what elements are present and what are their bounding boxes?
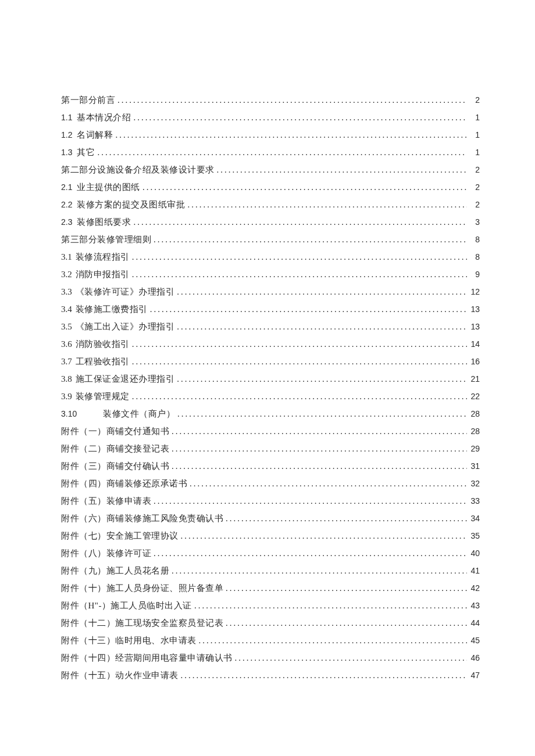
toc-entry-title: 附件（七）安全施工管理协议 xyxy=(61,532,179,540)
toc-entry-title: 《施工出入证》办理指引 xyxy=(76,323,175,331)
toc-entry: 3.5《施工出入证》办理指引13 xyxy=(61,323,480,331)
toc-leader-dots xyxy=(172,445,467,453)
toc-entry: 3.2消防申报指引9 xyxy=(61,270,480,279)
toc-entry: 附件（十二）施工现场安全监察员登记表44 xyxy=(61,619,480,628)
toc-entry-title: 业主提供的图纸 xyxy=(77,183,140,192)
toc-entry-title: 第三部分装修管理细则 xyxy=(61,235,151,244)
toc-entry-number: 3.4 xyxy=(61,305,72,314)
toc-entry: 附件（十）施工人员身份证、照片备查单42 xyxy=(61,584,480,593)
toc-entry-title: 附件（六）商铺装修施工风险免责确认书 xyxy=(61,514,223,523)
toc-entry-title: 装修方案的提交及图纸审批 xyxy=(77,200,185,209)
toc-entry: 第三部分装修管理细则8 xyxy=(61,235,480,244)
toc-entry: 2.3装修图纸要求3 xyxy=(61,218,480,227)
toc-entry: 1.3其它1 xyxy=(61,148,480,157)
toc-entry-page: 16 xyxy=(469,357,480,366)
toc-entry-page: 28 xyxy=(469,410,480,418)
toc-leader-dots xyxy=(132,253,467,261)
toc-entry-number: 3.2 xyxy=(61,270,72,279)
toc-leader-dots xyxy=(226,514,467,523)
toc-entry-title: 其它 xyxy=(77,148,95,157)
toc-entry-page: 22 xyxy=(469,392,480,400)
toc-entry-page: 40 xyxy=(469,549,480,557)
toc-entry-title: 施工保证金退还办理指引 xyxy=(76,375,175,384)
toc-entry-page: 8 xyxy=(469,235,480,243)
toc-entry-page: 46 xyxy=(469,654,480,662)
toc-entry-page: 42 xyxy=(469,584,480,592)
toc-entry-page: 43 xyxy=(469,601,480,610)
toc-entry-title: 附件（三）商铺交付确认书 xyxy=(61,462,169,471)
toc-entry: 3.4装修施工缴费指引13 xyxy=(61,305,480,314)
toc-entry-number: 1.3 xyxy=(61,148,72,156)
toc-leader-dots xyxy=(133,218,467,227)
toc-entry-page: 1 xyxy=(469,148,480,156)
toc-leader-dots xyxy=(187,200,467,209)
toc-entry-title: 装修流程指引 xyxy=(76,253,130,261)
toc-entry-page: 9 xyxy=(469,270,480,278)
toc-entry: 3.10装修文件（商户）28 xyxy=(61,410,480,418)
toc-entry: 附件（六）商铺装修施工风险免责确认书34 xyxy=(61,514,480,523)
toc-entry-title: 消防申报指引 xyxy=(76,270,130,279)
toc-entry-number: 3.8 xyxy=(61,375,72,384)
toc-entry-title: 装修施工缴费指引 xyxy=(76,305,148,314)
toc-entry-number: 1.1 xyxy=(61,113,72,121)
toc-entry-number: 3.3 xyxy=(61,288,72,296)
toc-entry: 附件（二）商铺交接登记表29 xyxy=(61,445,480,453)
toc-entry-title: 附件（五）装修申请表 xyxy=(61,497,151,506)
toc-entry-title: 附件（四）商铺装修还原承诺书 xyxy=(61,479,187,488)
toc-leader-dots xyxy=(172,567,467,575)
toc-leader-dots xyxy=(132,340,467,349)
toc-leader-dots xyxy=(177,323,467,331)
toc-entry-title: 附件（二）商铺交接登记表 xyxy=(61,445,169,453)
toc-entry-title: 工程验收指引 xyxy=(76,357,130,366)
toc-entry-title: 第一部分前言 xyxy=(61,96,115,105)
toc-entry-page: 1 xyxy=(469,113,480,121)
toc-entry: 3.1装修流程指引8 xyxy=(61,253,480,261)
toc-entry-title: 名词解释 xyxy=(77,131,113,139)
toc-entry-page: 44 xyxy=(469,619,480,627)
toc-leader-dots xyxy=(154,235,467,244)
toc-entry-number: 3.1 xyxy=(61,253,72,261)
toc-entry: 附件（H"-）施工人员临时出入证43 xyxy=(61,601,480,610)
toc-entry: 3.6消防验收指引14 xyxy=(61,340,480,349)
toc-entry: 附件（八）装修许可证40 xyxy=(61,549,480,558)
toc-leader-dots xyxy=(132,392,467,401)
toc-entry-number: 3.7 xyxy=(61,357,72,366)
document-page: 第一部分前言21.1基本情况介绍11.2名词解释11.3其它1第二部分设施设备介… xyxy=(0,0,535,756)
toc-leader-dots xyxy=(154,497,467,506)
toc-entry-title: 附件（八）装修许可证 xyxy=(61,549,151,558)
toc-leader-dots xyxy=(235,654,468,662)
toc-entry-page: 29 xyxy=(469,445,480,453)
toc-entry: 附件（四）商铺装修还原承诺书32 xyxy=(61,479,480,488)
toc-entry-title: 附件（十）施工人员身份证、照片备查单 xyxy=(61,584,223,593)
toc-leader-dots xyxy=(190,479,467,488)
toc-entry-number: 3.6 xyxy=(61,340,72,349)
toc-entry-title: 附件（十四）经营期间用电容量申请确认书 xyxy=(61,654,233,662)
toc-entry-title: 消防验收指引 xyxy=(76,340,130,349)
toc-entry-page: 2 xyxy=(469,166,480,174)
toc-entry-title: 基本情况介绍 xyxy=(77,113,131,122)
toc-entry-title: 附件（十五）动火作业申请表 xyxy=(61,671,179,680)
toc-entry-page: 13 xyxy=(469,323,480,331)
toc-entry: 附件（三）商铺交付确认书31 xyxy=(61,462,480,471)
toc-leader-dots xyxy=(132,357,467,366)
toc-entry-page: 2 xyxy=(469,96,480,104)
toc-leader-dots xyxy=(226,619,467,628)
toc-entry-page: 34 xyxy=(469,514,480,522)
toc-entry-page: 2 xyxy=(469,200,480,209)
toc-entry-page: 33 xyxy=(469,497,480,505)
toc-entry-page: 28 xyxy=(469,427,480,435)
toc-entry: 附件（一）商铺交付通知书28 xyxy=(61,427,480,436)
toc-entry-page: 14 xyxy=(469,340,480,348)
toc-entry-title: 《装修许可证》办理指引 xyxy=(76,288,175,296)
table-of-contents: 第一部分前言21.1基本情况介绍11.2名词解释11.3其它1第二部分设施设备介… xyxy=(61,96,480,680)
toc-entry-page: 12 xyxy=(469,288,480,296)
toc-entry-page: 2 xyxy=(469,183,480,191)
toc-entry: 1.1基本情况介绍1 xyxy=(61,113,480,122)
toc-entry-title: 附件（九）施工人员花名册 xyxy=(61,567,169,575)
toc-entry: 3.9装修管理规定22 xyxy=(61,392,480,401)
toc-entry-number: 3.9 xyxy=(61,392,72,401)
toc-entry-number: 3.10 xyxy=(61,410,103,418)
toc-entry-page: 3 xyxy=(469,218,480,226)
toc-entry-page: 47 xyxy=(469,671,480,679)
toc-leader-dots xyxy=(181,532,468,540)
